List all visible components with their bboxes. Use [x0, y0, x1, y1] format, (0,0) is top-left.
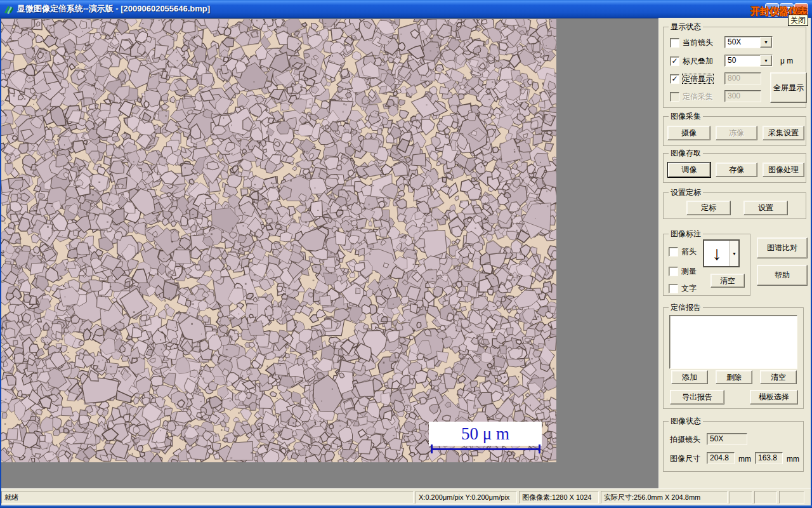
group-display-status: 显示状态 当前镜头 50X ▼ ✓ 标尺叠加 50 ▼ μ m ✓ 定倍显示 8… — [663, 27, 806, 108]
group-image-storage: 图像存取 调像 存像 图像处理 — [663, 153, 806, 183]
height-unit-label: mm — [787, 455, 799, 464]
image-process-button[interactable]: 图像处理 — [763, 163, 804, 177]
group-annotation: 图像标注 箭头 ↓ ▼ 测量 清空 文字 — [663, 234, 750, 296]
window-title: 显微图像定倍系统--演示版 - [20090602055646.bmp] — [17, 0, 210, 18]
close-tooltip: 关闭 — [788, 15, 808, 26]
arrow-style-select[interactable]: ↓ ▼ — [703, 239, 740, 267]
report-clear-button[interactable]: 清空 — [760, 370, 797, 384]
group-calibration-title: 设置定标 — [669, 188, 703, 197]
fixed-display-input: 800 — [724, 72, 761, 84]
status-spare-2 — [754, 491, 777, 504]
ruler-overlay-checkbox[interactable]: ✓ — [670, 57, 679, 66]
group-annotation-title: 图像标注 — [669, 229, 703, 238]
micrograph-viewer: 50 μ m — [1, 19, 556, 462]
shoot-button[interactable]: 摄像 — [667, 126, 710, 140]
current-lens-value: 50X — [725, 37, 760, 48]
fixed-capture-input: 300 — [724, 90, 761, 102]
width-unit-label: mm — [738, 455, 751, 464]
arrow-down-icon: ↓ — [704, 241, 730, 266]
report-add-button[interactable]: 添加 — [671, 370, 708, 384]
chevron-down-icon: ▼ — [764, 40, 768, 44]
restore-icon — [783, 7, 790, 13]
current-lens-select[interactable]: 50X ▼ — [724, 36, 773, 48]
capture-settings-button[interactable]: 采集设置 — [763, 126, 804, 140]
status-pixel-info: 图像像素:1280 X 1024 — [519, 491, 599, 504]
micrograph-image — [1, 19, 556, 462]
arrow-label: 箭头 — [681, 247, 697, 256]
window-border-left — [0, 18, 1, 505]
image-height-field: 163.8 — [755, 452, 783, 464]
group-image-status-title: 图像状态 — [669, 417, 703, 425]
window-border-bottom — [0, 505, 812, 508]
status-size-info: 实际尺寸:256.0mm X 204.8mm — [601, 491, 728, 504]
save-image-button[interactable]: 存像 — [716, 163, 757, 177]
titlebar[interactable]: 显微图像定倍系统--演示版 - [20090602055646.bmp] × 开… — [0, 0, 812, 18]
load-image-button[interactable]: 调像 — [668, 163, 710, 177]
fullscreen-button[interactable]: 全屏显示 — [770, 72, 807, 103]
measure-label: 测量 — [681, 267, 697, 276]
status-spare-1 — [730, 491, 752, 504]
chevron-down-icon: ▼ — [732, 251, 737, 256]
annotation-clear-button[interactable]: 清空 — [710, 274, 745, 288]
group-image-capture-title: 图像采集 — [669, 112, 703, 121]
freeze-button: 冻像 — [716, 126, 757, 140]
group-report-title: 定倍报告 — [669, 303, 703, 312]
group-image-storage-title: 图像存取 — [669, 149, 703, 157]
group-image-capture: 图像采集 摄像 冻像 采集设置 — [663, 116, 806, 146]
checkmark-icon: ✓ — [671, 58, 678, 65]
image-size-label: 图像尺寸 — [670, 454, 700, 463]
ruler-unit-label: μ m — [780, 57, 793, 65]
fixed-capture-checkbox — [670, 92, 679, 102]
status-scale-info: X:0.200μm/pix Y:0.200μm/pix — [416, 491, 517, 504]
status-spare-3 — [779, 491, 804, 504]
ruler-size-value: 50 — [725, 55, 760, 66]
text-checkbox[interactable] — [669, 284, 678, 293]
group-calibration: 设置定标 定标 设置 — [663, 192, 806, 219]
app-window: 显微图像定倍系统--演示版 - [20090602055646.bmp] × 开… — [0, 0, 812, 508]
group-display-status-title: 显示状态 — [669, 22, 703, 31]
ruler-size-select[interactable]: 50 ▼ — [724, 55, 773, 67]
scalebar-tick-left — [431, 444, 433, 453]
report-list[interactable] — [669, 315, 797, 369]
status-ready: 就绪 — [1, 491, 414, 504]
status-bar: 就绪 X:0.200μm/pix Y:0.200μm/pix 图像像素:1280… — [0, 488, 812, 506]
scalebar-tick-right — [539, 444, 540, 453]
scalebar-line — [431, 448, 540, 450]
group-image-status: 图像状态 拍摄镜头 50X 图像尺寸 204.8 mm 163.8 mm — [663, 421, 804, 472]
fixed-capture-label: 定倍采集 — [683, 92, 713, 101]
report-delete-button[interactable]: 删除 — [716, 370, 752, 384]
checkmark-icon: ✓ — [671, 76, 678, 83]
scalebar-label-box: 50 μ m — [429, 422, 542, 446]
current-lens-label: 当前镜头 — [683, 38, 713, 47]
report-template-button[interactable]: 模板选择 — [750, 390, 798, 404]
help-button[interactable]: 帮助 — [757, 265, 808, 286]
image-width-field: 204.8 — [707, 452, 735, 464]
text-label: 文字 — [681, 284, 697, 293]
atlas-compare-button[interactable]: 图谱比对 — [757, 237, 808, 258]
fixed-display-label: 定倍显示 — [683, 74, 713, 83]
control-panel: 显示状态 当前镜头 50X ▼ ✓ 标尺叠加 50 ▼ μ m ✓ 定倍显示 8… — [658, 18, 812, 488]
ruler-overlay-label: 标尺叠加 — [683, 57, 713, 65]
minimize-button[interactable] — [765, 3, 779, 17]
group-report: 定倍报告 添加 删除 清空 导出报告 模板选择 — [663, 307, 804, 409]
chevron-down-icon: ▼ — [764, 58, 768, 63]
calibrate-button[interactable]: 定标 — [686, 201, 731, 215]
scalebar-label: 50 μ m — [461, 424, 509, 444]
measure-checkbox[interactable] — [669, 267, 678, 276]
app-icon — [3, 4, 14, 15]
minimize-icon — [769, 12, 775, 14]
lens-value-field: 50X — [707, 433, 747, 445]
fixed-display-checkbox[interactable]: ✓ — [670, 74, 679, 84]
report-export-button[interactable]: 导出报告 — [670, 390, 724, 404]
arrow-checkbox[interactable] — [669, 247, 678, 257]
ruler-size-dropdown-button[interactable]: ▼ — [760, 55, 772, 66]
calibration-settings-button[interactable]: 设置 — [743, 201, 788, 215]
arrow-style-dropdown-button[interactable]: ▼ — [730, 241, 738, 266]
current-lens-checkbox[interactable] — [670, 38, 679, 48]
current-lens-dropdown-button[interactable]: ▼ — [760, 37, 772, 48]
lens-label: 拍摄镜头 — [670, 435, 700, 444]
